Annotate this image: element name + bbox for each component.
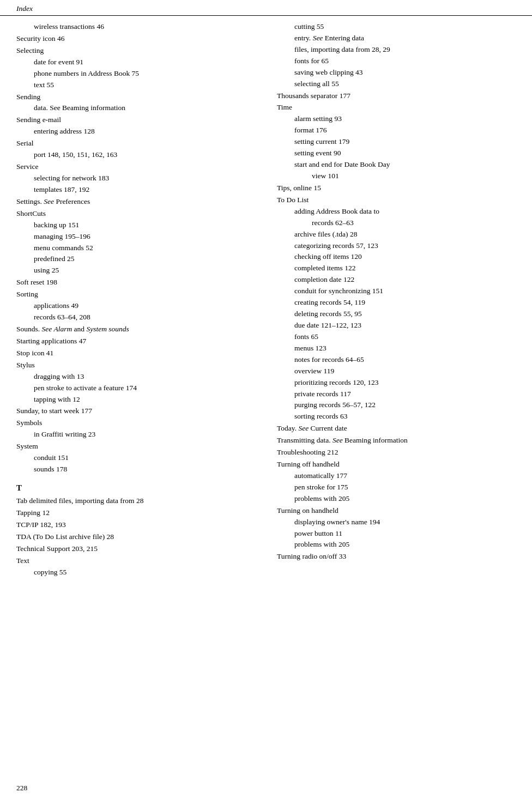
index-entry: predefined 25 (16, 253, 255, 265)
index-entry: entry. See Entering data (277, 33, 516, 44)
index-entry: entering address 128 (16, 126, 255, 137)
index-entry: sounds 178 (16, 464, 255, 475)
index-entry: setting current 179 (277, 136, 516, 148)
index-entry: Stylus (16, 360, 255, 371)
index-entry: due date 121–122, 123 (277, 320, 516, 331)
index-entry: categorizing records 57, 123 (277, 240, 516, 252)
index-entry: automatically 177 (277, 470, 516, 482)
index-entry: completed items 122 (277, 263, 516, 274)
index-entry: sorting records 63 (277, 411, 516, 422)
right-column: cutting 55entry. See Entering datafiles,… (266, 21, 516, 578)
index-entry: To Do List (277, 195, 516, 206)
index-entry: notes for records 64–65 (277, 354, 516, 366)
index-entry: fonts 65 (277, 331, 516, 343)
index-entry: dragging with 13 (16, 371, 255, 383)
index-entry: Time (277, 102, 516, 113)
index-entry: Selecting (16, 45, 255, 57)
index-entry: selecting for network 183 (16, 173, 255, 184)
page-header: Index (0, 0, 532, 16)
index-entry: Tab delimited files, importing data from… (16, 495, 255, 507)
index-entry: problems with 205 (277, 539, 516, 550)
index-entry: Technical Support 203, 215 (16, 543, 255, 555)
index-entry: using 25 (16, 265, 255, 276)
index-entry: problems with 205 (277, 493, 516, 505)
index-entry: view 101 (277, 171, 516, 182)
index-entry: Sending (16, 92, 255, 103)
index-entry: start and end for Date Book Day (277, 159, 516, 171)
index-entry: format 176 (277, 125, 516, 136)
index-entry: Service (16, 161, 255, 173)
index-entry: port 148, 150, 151, 162, 163 (16, 149, 255, 161)
section-letter: T (16, 482, 255, 494)
index-entry: fonts for 65 (277, 56, 516, 67)
index-entry: Tips, online 15 (277, 183, 516, 194)
index-entry: deleting records 55, 95 (277, 308, 516, 320)
index-entry: conduit for synchronizing 151 (277, 286, 516, 297)
left-column: wireless transactions 46Security icon 46… (16, 21, 266, 578)
index-entry: Today. See Current date (277, 423, 516, 434)
index-entry: conduit 151 (16, 452, 255, 464)
index-entry: managing 195–196 (16, 231, 255, 243)
index-entry: Troubleshooting 212 (277, 447, 516, 458)
index-entry: alarm setting 93 (277, 113, 516, 125)
index-entry: selecting all 55 (277, 78, 516, 90)
index-entry: TDA (To Do List archive file) 28 (16, 531, 255, 543)
index-entry: copying 55 (16, 567, 255, 578)
index-entry: Soft reset 198 (16, 277, 255, 288)
index-entry: Turning on handheld (277, 505, 516, 517)
index-entry: files, importing data from 28, 29 (277, 44, 516, 56)
index-entry: checking off items 120 (277, 251, 516, 263)
page-content: wireless transactions 46Security icon 46… (0, 16, 532, 600)
index-entry: data. See Beaming information (16, 102, 255, 114)
index-entry: overview 119 (277, 366, 516, 377)
index-entry: Settings. See Preferences (16, 196, 255, 208)
index-entry: ShortCuts (16, 208, 255, 220)
index-entry: System (16, 441, 255, 452)
index-entry: completion date 122 (277, 274, 516, 286)
index-entry: Stop icon 41 (16, 348, 255, 359)
index-entry: archive files (.tda) 28 (277, 229, 516, 240)
index-entry: Turning radio on/off 33 (277, 551, 516, 562)
index-entry: pen stroke for 175 (277, 482, 516, 493)
index-entry: Starting applications 47 (16, 336, 255, 347)
page-number: 228 (16, 784, 27, 792)
index-entry: Turning off handheld (277, 459, 516, 470)
index-entry: Symbols (16, 417, 255, 429)
index-entry: purging records 56–57, 122 (277, 400, 516, 411)
index-entry: TCP/IP 182, 193 (16, 519, 255, 531)
index-entry: pen stroke to activate a feature 174 (16, 383, 255, 394)
page-footer: 228 (16, 784, 27, 792)
index-entry: saving web clipping 43 (277, 67, 516, 78)
index-entry: Sunday, to start week 177 (16, 405, 255, 417)
index-entry: prioritizing records 120, 123 (277, 377, 516, 389)
index-entry: private records 117 (277, 389, 516, 400)
index-entry: tapping with 12 (16, 394, 255, 405)
index-entry: in Graffiti writing 23 (16, 429, 255, 440)
header-title: Index (16, 4, 33, 13)
index-entry: power button 11 (277, 528, 516, 540)
index-entry: Security icon 46 (16, 33, 255, 45)
index-entry: Thousands separator 177 (277, 90, 516, 102)
index-entry: Text (16, 555, 255, 567)
index-entry: Serial (16, 138, 255, 149)
index-entry: phone numbers in Address Book 75 (16, 68, 255, 80)
index-entry: templates 187, 192 (16, 184, 255, 196)
index-entry: adding Address Book data to (277, 206, 516, 217)
index-entry: menu commands 52 (16, 243, 255, 254)
index-entry: Sounds. See Alarm and System sounds (16, 324, 255, 335)
index-entry: text 55 (16, 80, 255, 91)
index-entry: applications 49 (16, 300, 255, 312)
index-entry: menus 123 (277, 343, 516, 354)
index-entry: cutting 55 (277, 21, 516, 33)
index-entry: records 62–63 (277, 217, 516, 229)
index-entry: creating records 54, 119 (277, 297, 516, 308)
index-entry: backing up 151 (16, 220, 255, 231)
index-entry: Tapping 12 (16, 507, 255, 519)
index-entry: records 63–64, 208 (16, 312, 255, 323)
index-entry: setting event 90 (277, 148, 516, 159)
index-entry: Transmitting data. See Beaming informati… (277, 435, 516, 446)
index-entry: Sorting (16, 289, 255, 300)
index-entry: date for event 91 (16, 57, 255, 68)
index-entry: Sending e-mail (16, 114, 255, 126)
index-entry: displaying owner's name 194 (277, 517, 516, 528)
